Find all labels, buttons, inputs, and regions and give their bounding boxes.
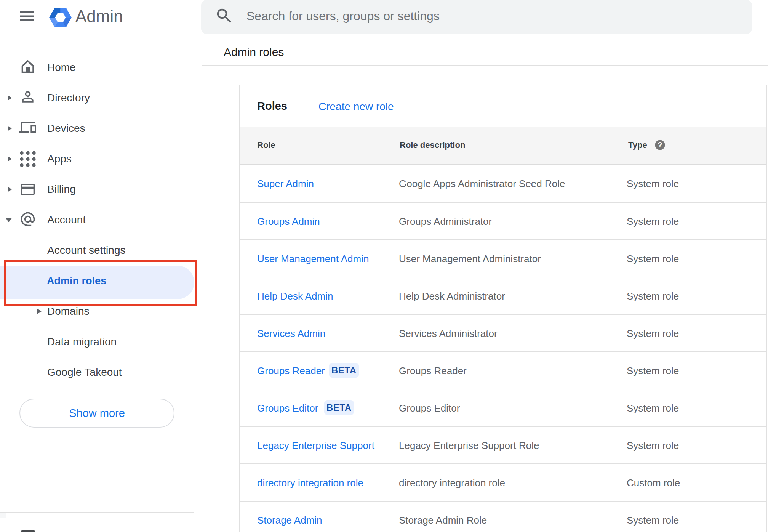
- svg-text:?: ?: [658, 141, 662, 149]
